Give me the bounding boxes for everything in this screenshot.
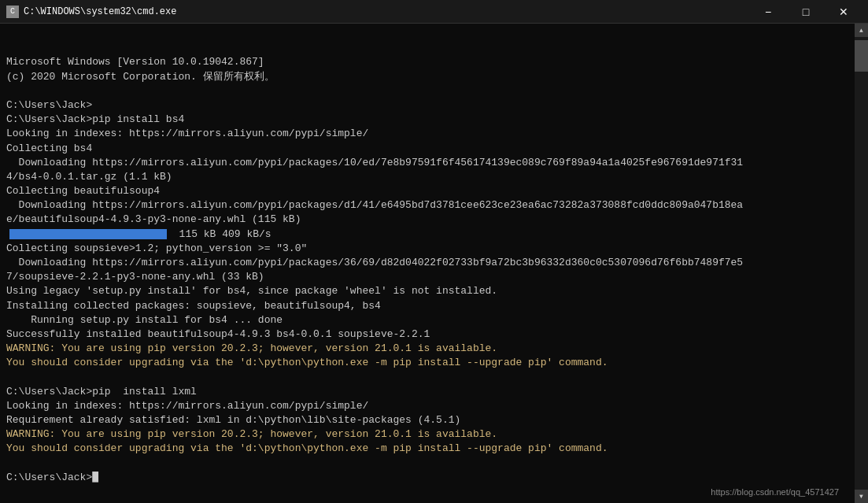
terminal-line: 4/bs4-0.0.1.tar.gz (1.1 kB) <box>6 170 848 184</box>
window-controls: − □ ✕ <box>750 0 862 24</box>
terminal-line: Downloading https://mirrors.aliyun.com/p… <box>6 256 848 270</box>
scrollbar-track[interactable] <box>855 37 868 490</box>
terminal-line <box>6 371 848 385</box>
scrollbar[interactable]: ▲ ▼ <box>855 24 868 503</box>
terminal-line: Installing collected packages: soupsieve… <box>6 299 848 313</box>
window-title: C:\WINDOWS\system32\cmd.exe <box>24 6 750 17</box>
terminal-line: e/beautifulsoup4-4.9.3-py3-none-any.whl … <box>6 213 848 227</box>
titlebar: C C:\WINDOWS\system32\cmd.exe − □ ✕ <box>0 0 868 24</box>
terminal-line: Looking in indexes: https://mirrors.aliy… <box>6 127 848 141</box>
terminal-line: Collecting soupsieve>1.2; python_version… <box>6 242 848 256</box>
terminal-line: Downloading https://mirrors.aliyun.com/p… <box>6 198 848 213</box>
terminal-line: Successfully installed beautifulsoup4-4.… <box>6 327 848 342</box>
app-icon: C <box>6 6 19 18</box>
terminal-line: 7/soupsieve-2.2.1-py3-none-any.whl (33 k… <box>6 270 848 284</box>
terminal-line: WARNING: You are using pip version 20.2.… <box>6 427 848 442</box>
terminal-line: Collecting beautifulsoup4 <box>6 184 848 198</box>
terminal-line <box>6 84 848 98</box>
terminal-line: Requirement already satisfied: lxml in d… <box>6 413 848 427</box>
restore-button[interactable]: □ <box>788 0 824 24</box>
terminal-line: Looking in indexes: https://mirrors.aliy… <box>6 399 848 413</box>
close-button[interactable]: ✕ <box>826 0 862 24</box>
scrollbar-thumb[interactable] <box>855 40 868 72</box>
terminal-line: Microsoft Windows [Version 10.0.19042.86… <box>6 55 848 69</box>
terminal-line: C:\Users\Jack>pip install lxml <box>6 385 848 399</box>
terminal-line: Downloading https://mirrors.aliyun.com/p… <box>6 156 848 170</box>
minimize-button[interactable]: − <box>750 0 786 24</box>
terminal-line: Collecting bs4 <box>6 142 848 156</box>
terminal-line: You should consider upgrading via the 'd… <box>6 442 848 456</box>
content-area: Microsoft Windows [Version 10.0.19042.86… <box>0 24 868 503</box>
scroll-down-button[interactable]: ▼ <box>855 490 868 503</box>
window: C C:\WINDOWS\system32\cmd.exe − □ ✕ Micr… <box>0 0 868 503</box>
terminal-wrapper: Microsoft Windows [Version 10.0.19042.86… <box>0 24 855 503</box>
terminal[interactable]: Microsoft Windows [Version 10.0.19042.86… <box>0 24 855 503</box>
terminal-line: Running setup.py install for bs4 ... don… <box>6 313 848 327</box>
terminal-line: You should consider upgrading via the 'd… <box>6 356 848 370</box>
terminal-line: C:\Users\Jack>pip install bs4 <box>6 113 848 127</box>
terminal-line: 115 kB 409 kB/s <box>6 227 848 242</box>
terminal-line <box>6 457 848 471</box>
terminal-line: (c) 2020 Microsoft Corporation. 保留所有权利。 <box>6 70 848 84</box>
scroll-up-button[interactable]: ▲ <box>855 24 868 37</box>
terminal-line: WARNING: You are using pip version 20.2.… <box>6 342 848 356</box>
watermark: https://blog.csdn.net/qq_4571427 <box>711 487 839 497</box>
terminal-line: Using legacy 'setup.py install' for bs4,… <box>6 284 848 298</box>
terminal-line: C:\Users\Jack> <box>6 98 848 113</box>
terminal-line: C:\Users\Jack>█ <box>6 471 848 485</box>
